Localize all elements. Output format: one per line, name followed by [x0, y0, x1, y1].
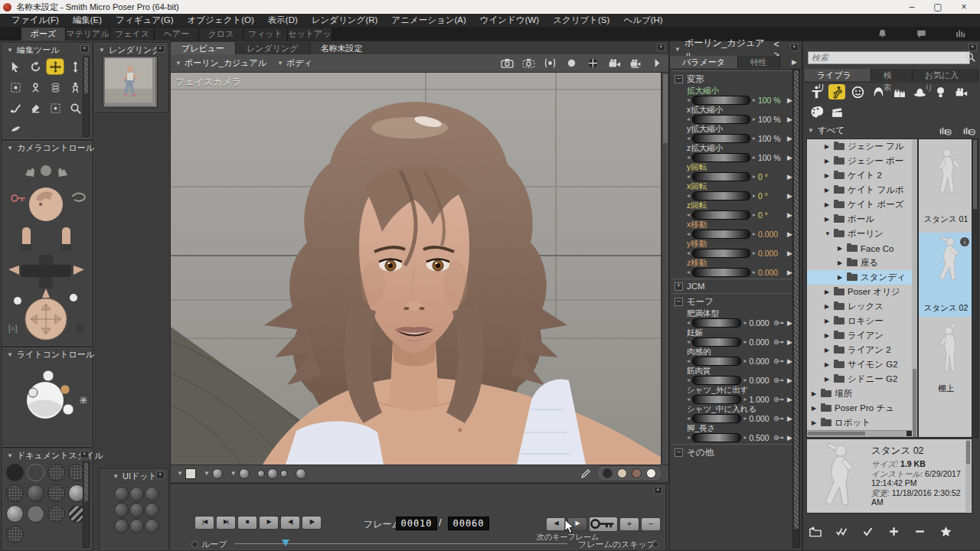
ui-dot-8[interactable]	[129, 519, 144, 533]
room-tab-クロス[interactable]: クロス	[199, 28, 243, 41]
slider-decrement-icon[interactable]: ◂	[687, 396, 690, 403]
section-toggle-icon[interactable]: –	[675, 448, 683, 457]
menu-アニメーション[interactable]: アニメーション(A)	[384, 15, 472, 26]
slider-increment-icon[interactable]: ▸	[753, 269, 756, 276]
figures-icon[interactable]	[808, 84, 825, 99]
tree-expand-icon[interactable]: ▶	[825, 303, 831, 310]
frame-skip-dot[interactable]	[652, 541, 659, 548]
tree-item-Poser Pro チュ[interactable]: ▶Poser Pro チュ	[807, 401, 917, 416]
parameter-value[interactable]: 100 %	[758, 153, 785, 162]
menu-フィギュア[interactable]: フィギュア(G)	[109, 15, 180, 26]
slider-increment-icon[interactable]: ▸	[743, 415, 746, 422]
videocam-icon[interactable]	[608, 58, 621, 68]
light-2-handle[interactable]	[60, 385, 70, 394]
library-tab-お気に入り[interactable]: お気に入り	[913, 69, 978, 81]
menu-表示[interactable]: 表示(D)	[261, 15, 305, 26]
actor-dropdown[interactable]: ▼ ボディ	[277, 57, 312, 69]
cameras-icon[interactable]	[952, 84, 969, 99]
viewport-scrollbar[interactable]	[662, 73, 668, 465]
doc-style-10[interactable]	[27, 505, 44, 523]
parameter-menu-arrow-icon[interactable]: ▶	[787, 230, 792, 238]
slider-decrement-icon[interactable]: ◂	[687, 116, 690, 122]
dial-icon[interactable]	[774, 416, 785, 422]
document-style-scrollbar[interactable]	[83, 461, 90, 548]
light-1-handle[interactable]	[43, 370, 54, 381]
ui-dot-3[interactable]	[145, 487, 159, 501]
doc-style-5[interactable]	[6, 484, 24, 502]
tree-item-シドニー G2[interactable]: ▶シドニー G2	[807, 372, 917, 386]
add-library-icon[interactable]	[939, 126, 952, 135]
parameter-slider[interactable]	[692, 96, 750, 105]
doc-style-13[interactable]	[6, 526, 24, 543]
parameter-value[interactable]: 0.000	[758, 230, 785, 239]
minimize-button[interactable]: –	[899, 0, 925, 14]
slider-increment-icon[interactable]: ▸	[753, 211, 756, 218]
chevron-down-icon[interactable]: ▼	[808, 127, 814, 134]
slider-increment-icon[interactable]: ▸	[743, 396, 746, 403]
translate-y-tool[interactable]	[67, 59, 83, 74]
panel-menu-icon[interactable]: ▪	[790, 44, 799, 51]
parameters-scrollbar[interactable]	[792, 69, 800, 548]
tree-item-ポーリン[interactable]: ▼ポーリン	[807, 227, 917, 241]
room-tab-ヘアー[interactable]: ヘアー	[155, 28, 199, 41]
parameter-value[interactable]: 0.000	[749, 318, 772, 328]
camera-dashed-icon[interactable]	[522, 58, 535, 68]
slider-increment-icon[interactable]: ▸	[743, 377, 746, 383]
parameter-value[interactable]: 0 °	[758, 172, 785, 181]
parameter-value[interactable]: 0.500	[749, 433, 772, 442]
ui-dot-4[interactable]	[114, 503, 129, 517]
dark-sphere-icon[interactable]	[565, 58, 578, 68]
bg-color-dot-2[interactable]	[617, 468, 627, 478]
panel-menu-icon[interactable]: ▪	[156, 471, 165, 479]
parameter-menu-arrow-icon[interactable]: ▶	[787, 396, 792, 403]
parameter-slider[interactable]	[692, 230, 750, 239]
slider-decrement-icon[interactable]: ◂	[687, 249, 690, 256]
slider-decrement-icon[interactable]: ◂	[687, 154, 690, 161]
library-books-icon[interactable]	[955, 28, 966, 39]
remove-keyframe-button[interactable]: −	[641, 517, 661, 531]
menu-編集[interactable]: 編集(E)	[66, 15, 109, 26]
slider-increment-icon[interactable]: ▸	[743, 357, 746, 364]
bg-color-dot-3[interactable]	[632, 468, 642, 478]
parameter-slider[interactable]	[692, 414, 741, 423]
slider-increment-icon[interactable]: ▸	[753, 249, 756, 256]
tree-expand-icon[interactable]: ▼	[825, 230, 831, 237]
current-frame-field[interactable]: 00010	[396, 517, 437, 530]
tree-item-ジェシー フル[interactable]: ▶ジェシー フル	[807, 139, 917, 154]
doc-style-9[interactable]	[6, 505, 24, 523]
depth-cue-dropdown[interactable]: ▼	[177, 468, 196, 479]
parameter-value[interactable]: 100 %	[758, 96, 785, 105]
tree-expand-icon[interactable]: ▶	[838, 274, 844, 281]
ui-dot-7[interactable]	[114, 519, 129, 533]
tree-item-ケイト ポーズ[interactable]: ▶ケイト ポーズ	[807, 197, 917, 212]
parameter-slider[interactable]	[692, 268, 750, 277]
tree-item-スタンディ[interactable]: ▶スタンディ	[807, 270, 917, 285]
tree-item-ロキシー[interactable]: ▶ロキシー	[807, 314, 917, 328]
expressions-icon[interactable]	[849, 84, 866, 99]
parameter-slider[interactable]	[692, 249, 750, 258]
tree-expand-icon[interactable]: ▶	[812, 405, 818, 412]
light-3-handle[interactable]	[63, 404, 74, 415]
prev-keyframe-button[interactable]: ◀	[546, 517, 566, 531]
add-keyframe-button[interactable]: +	[619, 517, 639, 531]
dial-icon[interactable]	[774, 377, 785, 383]
tree-item-ボール[interactable]: ▶ボール	[807, 212, 917, 227]
slider-decrement-icon[interactable]: ◂	[687, 211, 690, 218]
parameter-value[interactable]: 0.000	[749, 337, 772, 347]
doc-style-11[interactable]	[47, 505, 65, 523]
collapse-triangle-icon[interactable]: ▼	[7, 452, 13, 459]
tree-expand-icon[interactable]: ▶	[825, 158, 831, 165]
check-icon[interactable]	[861, 526, 874, 537]
tree-item-座る[interactable]: ▶座る	[807, 256, 917, 270]
tree-expand-icon[interactable]: ▶	[825, 172, 831, 179]
poses-icon[interactable]	[828, 84, 845, 99]
tab-render[interactable]: レンダリング	[236, 42, 310, 54]
tree-expand-icon[interactable]: ▶	[825, 187, 831, 194]
parameter-value[interactable]: 0.000	[749, 414, 772, 423]
loop-indicator-dot[interactable]	[191, 541, 198, 548]
room-tab-フェイス[interactable]: フェイス	[110, 28, 155, 41]
slider-increment-icon[interactable]: ▸	[743, 338, 746, 345]
parameter-slider[interactable]	[692, 395, 741, 404]
tree-item-ケイト 2[interactable]: ▶ケイト 2	[807, 168, 917, 183]
tree-scrollbar-vertical[interactable]	[912, 139, 917, 431]
